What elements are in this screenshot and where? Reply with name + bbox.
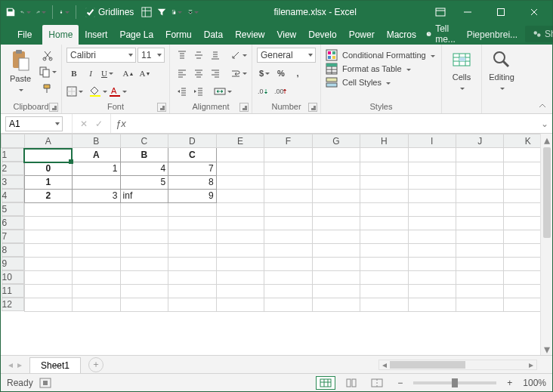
col-header[interactable]: C: [120, 134, 168, 148]
cell[interactable]: [456, 175, 504, 189]
increase-font-button[interactable]: A▲: [121, 66, 136, 81]
cell[interactable]: C: [168, 148, 217, 162]
cell[interactable]: [216, 270, 264, 284]
account-name[interactable]: Piepenbrei...: [459, 25, 525, 45]
cell[interactable]: [120, 202, 168, 216]
cell[interactable]: [264, 189, 312, 202]
view-page-break-button[interactable]: [367, 376, 387, 390]
undo-button[interactable]: [20, 7, 31, 17]
cell[interactable]: [264, 270, 312, 284]
cell[interactable]: [360, 270, 408, 284]
horizontal-scrollbar[interactable]: ◂ ▸: [378, 360, 537, 370]
increase-decimal-button[interactable]: .0: [257, 84, 272, 99]
paste-button[interactable]: Paste: [5, 48, 36, 94]
sheet-nav-prev-icon[interactable]: ◂: [8, 360, 13, 370]
zoom-slider[interactable]: [413, 381, 496, 384]
row-header[interactable]: 10: [2, 270, 24, 284]
align-bottom-button[interactable]: [208, 48, 223, 63]
enter-formula-icon[interactable]: ✓: [95, 119, 103, 129]
fill-color-button[interactable]: [89, 84, 107, 99]
col-header[interactable]: J: [456, 134, 504, 148]
cell[interactable]: [312, 230, 360, 243]
cell[interactable]: [73, 230, 121, 243]
cell[interactable]: [360, 189, 408, 202]
cell[interactable]: [73, 175, 121, 189]
cell[interactable]: inf: [120, 189, 168, 202]
format-as-table-button[interactable]: Format as Table: [326, 63, 411, 75]
cell[interactable]: [24, 257, 73, 270]
tab-review[interactable]: Review: [229, 25, 270, 45]
zoom-out-button[interactable]: −: [393, 378, 407, 388]
editing-button[interactable]: Editing: [487, 48, 517, 92]
cell[interactable]: 7: [168, 162, 217, 175]
cell[interactable]: [24, 148, 73, 162]
cell[interactable]: [120, 216, 168, 230]
cell[interactable]: [264, 202, 312, 216]
cancel-formula-icon[interactable]: ✕: [80, 119, 88, 129]
number-format-select[interactable]: General: [257, 48, 316, 63]
cell[interactable]: [216, 175, 264, 189]
cell[interactable]: [168, 284, 217, 298]
cell[interactable]: [360, 230, 408, 243]
cell[interactable]: [456, 298, 504, 311]
cut-button[interactable]: [39, 48, 57, 63]
cell[interactable]: [456, 284, 504, 298]
cell[interactable]: [360, 257, 408, 270]
view-page-layout-button[interactable]: [341, 376, 361, 390]
cell[interactable]: [120, 284, 168, 298]
tab-insert[interactable]: Insert: [79, 25, 113, 45]
cell[interactable]: [216, 162, 264, 175]
cell[interactable]: [24, 216, 73, 230]
cell[interactable]: [264, 175, 312, 189]
cell[interactable]: [408, 284, 456, 298]
cell[interactable]: [360, 298, 408, 311]
cell[interactable]: [24, 243, 73, 257]
cell[interactable]: [408, 175, 456, 189]
filter-icon[interactable]: [156, 7, 167, 17]
cell[interactable]: 5: [120, 175, 168, 189]
decrease-font-button[interactable]: A▼: [137, 66, 153, 81]
italic-button[interactable]: I: [83, 66, 98, 81]
cell[interactable]: [456, 148, 504, 162]
borders-button[interactable]: [66, 84, 83, 99]
format-painter-button[interactable]: [39, 81, 57, 96]
cell[interactable]: [216, 216, 264, 230]
tab-macros[interactable]: Macros: [381, 25, 422, 45]
cell[interactable]: [216, 202, 264, 216]
close-button[interactable]: [519, 1, 549, 23]
cell[interactable]: [168, 202, 217, 216]
cell[interactable]: B: [120, 148, 168, 162]
formula-input[interactable]: [131, 117, 537, 131]
macro-record-icon[interactable]: [39, 378, 51, 388]
tab-developer[interactable]: Develo: [302, 25, 342, 45]
orientation-button[interactable]: [230, 48, 247, 63]
cell[interactable]: [312, 202, 360, 216]
copy-button[interactable]: [39, 64, 57, 79]
redo-button[interactable]: [36, 7, 46, 17]
sheet-tab[interactable]: Sheet1: [29, 357, 81, 373]
font-name-select[interactable]: Calibri: [66, 48, 136, 63]
scroll-thumb[interactable]: [543, 147, 551, 238]
zoom-level[interactable]: 100%: [523, 378, 546, 388]
cell[interactable]: [264, 284, 312, 298]
cell[interactable]: [360, 175, 408, 189]
cell[interactable]: [216, 243, 264, 257]
cell[interactable]: [312, 162, 360, 175]
cell[interactable]: [360, 148, 408, 162]
cell[interactable]: [456, 243, 504, 257]
collapse-ribbon-icon[interactable]: [537, 100, 548, 111]
cell[interactable]: [312, 298, 360, 311]
zoom-in-button[interactable]: +: [502, 378, 517, 388]
cell[interactable]: [168, 230, 217, 243]
cell[interactable]: [312, 148, 360, 162]
cell[interactable]: [264, 257, 312, 270]
cell[interactable]: [312, 216, 360, 230]
col-header[interactable]: E: [216, 134, 264, 148]
cell[interactable]: [216, 230, 264, 243]
col-header[interactable]: A: [24, 134, 73, 148]
cell[interactable]: [264, 216, 312, 230]
sheet-nav-next-icon[interactable]: ▸: [17, 360, 22, 370]
row-header[interactable]: 4: [2, 189, 24, 202]
comma-format-button[interactable]: ,: [290, 66, 305, 81]
align-right-button[interactable]: [208, 66, 223, 81]
